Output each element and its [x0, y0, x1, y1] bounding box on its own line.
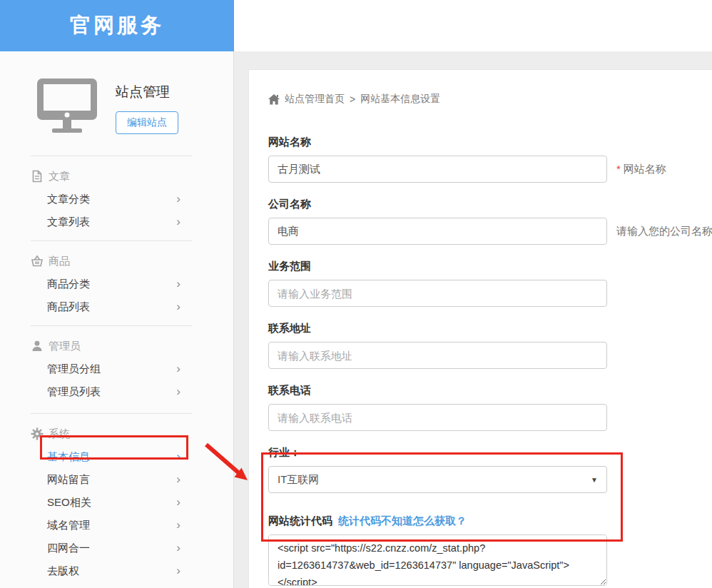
section-header-products: 商品	[0, 250, 233, 273]
field-company-name: 公司名称 请输入您的公司名称	[268, 198, 712, 245]
sidebar-item-admin-list[interactable]: 管理员列表 ›	[0, 380, 233, 403]
menu-item-label: 文章列表	[47, 216, 90, 228]
breadcrumb-current: 网站基本信息设置	[360, 93, 440, 106]
breadcrumb-home-link[interactable]: 站点管理首页	[285, 93, 345, 106]
main-area: 站点管理首页 > 网站基本信息设置 网站名称 *网站名称 公司名称 请输入您的公…	[234, 51, 712, 588]
menu-section-system: 系统 基本信息 › 网站留言 › SEO相关 › 域名管理 › 四网合一 › 去…	[0, 422, 233, 582]
breadcrumb-separator: >	[350, 93, 355, 105]
chevron-right-icon: ›	[176, 468, 180, 491]
menu-item-label: 商品分类	[47, 278, 90, 290]
chevron-right-icon: ›	[176, 380, 180, 403]
section-label: 系统	[49, 427, 70, 441]
section-header-admins: 管理员	[0, 335, 233, 358]
chevron-right-icon: ›	[176, 514, 180, 537]
home-icon	[268, 94, 280, 105]
sidebar-item-four-networks[interactable]: 四网合一 ›	[0, 537, 233, 559]
required-asterisk: *	[616, 163, 621, 175]
company-name-input[interactable]	[268, 218, 607, 245]
menu-item-label: 文章分类	[47, 193, 90, 205]
gear-icon	[31, 427, 44, 440]
content-card: 站点管理首页 > 网站基本信息设置 网站名称 *网站名称 公司名称 请输入您的公…	[248, 69, 712, 588]
sidebar: 站点管理 编辑站点 文章 文章分类 › 文章列表 ›	[0, 51, 234, 588]
edit-site-button[interactable]: 编辑站点	[116, 111, 178, 134]
section-header-system: 系统	[0, 422, 233, 445]
brand-title: 官网服务	[70, 11, 164, 40]
industry-select[interactable]: IT互联网 ▼	[268, 466, 607, 493]
menu-section-articles: 文章 文章分类 › 文章列表 ›	[0, 165, 233, 233]
sidebar-item-remove-copyright[interactable]: 去版权 ›	[0, 559, 233, 582]
section-label: 文章	[49, 170, 70, 183]
menu-section-admins: 管理员 管理员分组 › 管理员列表 ›	[0, 335, 233, 403]
sidebar-item-site-messages[interactable]: 网站留言 ›	[0, 468, 233, 491]
field-label: 联系电话	[268, 384, 712, 397]
field-contact-address: 联系地址	[268, 322, 712, 369]
site-info-block: 站点管理 编辑站点	[0, 51, 233, 136]
sidebar-item-article-category[interactable]: 文章分类 ›	[0, 188, 233, 211]
website-name-input[interactable]	[268, 156, 607, 183]
chevron-right-icon: ›	[176, 358, 180, 380]
sidebar-item-basic-info[interactable]: 基本信息 ›	[0, 445, 233, 468]
menu-item-label: 四网合一	[47, 542, 90, 554]
site-title: 站点管理	[116, 83, 178, 101]
top-bar: 官网服务	[0, 0, 712, 51]
document-icon	[31, 170, 44, 183]
field-note: *网站名称	[616, 163, 666, 176]
contact-address-input[interactable]	[268, 342, 607, 369]
menu-section-products: 商品 商品分类 › 商品列表 ›	[0, 250, 233, 318]
field-label: 联系地址	[268, 322, 712, 335]
field-label: 公司名称	[268, 198, 712, 211]
menu-item-label: 去版权	[47, 564, 79, 577]
dropdown-arrow-icon: ▼	[591, 476, 598, 484]
chevron-right-icon: ›	[176, 295, 180, 318]
sidebar-item-product-list[interactable]: 商品列表 ›	[0, 295, 233, 318]
chevron-right-icon: ›	[176, 188, 180, 211]
monitor-icon	[37, 78, 97, 136]
stats-code-textarea[interactable]: <script src="https://s22.cnzz.com/z_stat…	[268, 534, 607, 586]
sidebar-item-seo[interactable]: SEO相关 ›	[0, 491, 233, 514]
field-stats-code: 网站统计代码 统计代码不知道怎么获取？ <script src="https:/…	[268, 514, 712, 588]
field-industry: 行业： IT互联网 ▼	[268, 446, 712, 493]
divider	[31, 413, 192, 414]
chevron-right-icon: ›	[176, 537, 180, 559]
divider	[31, 325, 192, 326]
industry-selected-value: IT互联网	[278, 473, 319, 487]
divider	[31, 156, 192, 156]
chevron-right-icon: ›	[176, 445, 180, 468]
menu-item-label: 网站留言	[47, 473, 90, 485]
chevron-right-icon: ›	[176, 491, 180, 514]
field-contact-phone: 联系电话	[268, 384, 712, 431]
field-label: 业务范围	[268, 260, 712, 273]
menu-item-label: 域名管理	[47, 519, 90, 531]
chevron-right-icon: ›	[176, 273, 180, 295]
brand-area: 官网服务	[0, 0, 234, 51]
basket-icon	[31, 255, 44, 268]
chevron-right-icon: ›	[176, 559, 180, 582]
sidebar-item-product-category[interactable]: 商品分类 ›	[0, 273, 233, 295]
section-header-articles: 文章	[0, 165, 233, 188]
section-label: 商品	[49, 255, 70, 268]
stats-code-help-link[interactable]: 统计代码不知道怎么获取？	[338, 514, 467, 528]
sidebar-item-article-list[interactable]: 文章列表 ›	[0, 211, 233, 233]
menu-item-label: 管理员列表	[47, 385, 101, 397]
menu-item-label: 基本信息	[47, 450, 90, 462]
field-note: 请输入您的公司名称	[616, 225, 712, 238]
chevron-right-icon: ›	[176, 211, 180, 233]
menu-item-label: SEO相关	[47, 496, 91, 508]
field-label: 网站名称	[268, 136, 712, 149]
menu-item-label: 管理员分组	[47, 363, 101, 375]
business-scope-input[interactable]	[268, 280, 607, 307]
field-note-text: 网站名称	[624, 163, 666, 175]
menu-item-label: 商品列表	[47, 300, 90, 313]
user-icon	[31, 340, 44, 353]
field-business-scope: 业务范围	[268, 260, 712, 307]
divider	[31, 240, 192, 241]
field-label: 网站统计代码	[268, 514, 332, 528]
section-label: 管理员	[49, 340, 81, 353]
contact-phone-input[interactable]	[268, 404, 607, 431]
field-label: 行业：	[268, 446, 712, 460]
field-website-name: 网站名称 *网站名称	[268, 136, 712, 183]
sidebar-item-domain[interactable]: 域名管理 ›	[0, 514, 233, 537]
breadcrumb: 站点管理首页 > 网站基本信息设置	[268, 93, 712, 106]
sidebar-item-admin-groups[interactable]: 管理员分组 ›	[0, 358, 233, 380]
